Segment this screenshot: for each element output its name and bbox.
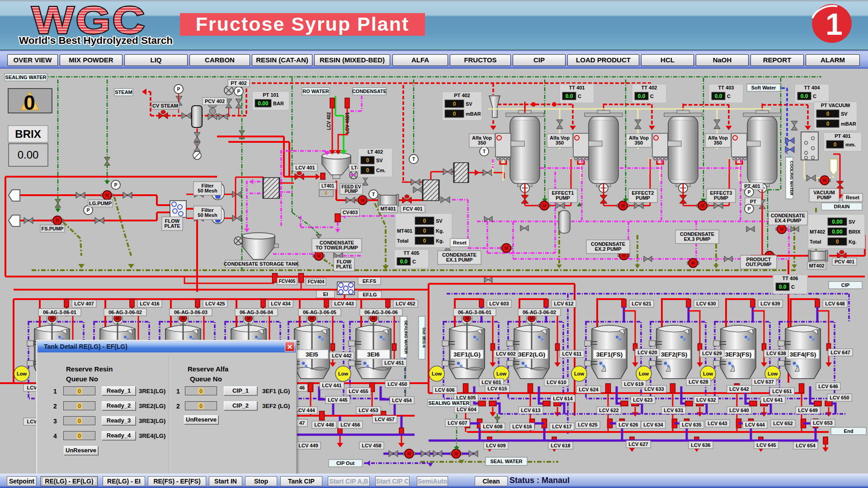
svg-text:CONDENSATE STORAGE TANK: CONDENSATE STORAGE TANK — [224, 261, 299, 267]
svg-text:LCV 612: LCV 612 — [554, 301, 573, 306]
svg-text:TT 406: TT 406 — [783, 276, 798, 281]
svg-text:06-AG-3-06-02: 06-AG-3-06-02 — [108, 310, 142, 315]
svg-text:PLATE: PLATE — [336, 264, 352, 269]
svg-text:PT: PT — [750, 199, 756, 204]
svg-text:LCV 633: LCV 633 — [644, 386, 664, 392]
svg-text:Cm.: Cm. — [376, 168, 386, 173]
svg-text:LCV 608: LCV 608 — [483, 424, 502, 429]
svg-text:LCV 627: LCV 627 — [628, 441, 648, 447]
svg-text:Soft Water: Soft Water — [751, 85, 776, 90]
svg-text:3EF1(LG): 3EF1(LG) — [453, 351, 481, 358]
svg-text:M: M — [407, 451, 411, 456]
svg-text:LT 402: LT 402 — [368, 149, 383, 155]
svg-text:50 Mesh: 50 Mesh — [198, 188, 217, 193]
svg-text:3EI5: 3EI5 — [306, 351, 318, 358]
svg-text:LCV 442: LCV 442 — [332, 353, 351, 358]
svg-text:06-AG-3-06-01: 06-AG-3-06-01 — [43, 310, 76, 315]
svg-text:BAR: BAR — [273, 101, 284, 106]
svg-text:M: M — [823, 178, 826, 183]
svg-text:LCV 451: LCV 451 — [384, 360, 404, 366]
svg-text:C: C — [791, 284, 795, 290]
svg-text:LCV 603: LCV 603 — [489, 301, 509, 306]
svg-text:LCV 643: LCV 643 — [708, 421, 727, 426]
svg-text:LCV 648: LCV 648 — [825, 301, 844, 306]
svg-text:P: P — [748, 190, 751, 195]
svg-text:LCV 602: LCV 602 — [496, 351, 515, 357]
svg-text:0.0: 0.0 — [400, 258, 408, 265]
svg-text:47: 47 — [299, 420, 305, 426]
svg-text:Low: Low — [17, 371, 27, 376]
svg-text:06-AG-3-06-03: 06-AG-3-06-03 — [174, 310, 208, 315]
svg-text:LCV 425: LCV 425 — [205, 301, 225, 306]
svg-text:LCV 638: LCV 638 — [766, 351, 786, 356]
svg-text:LCV 458: LCV 458 — [362, 443, 381, 448]
svg-text:3EI6: 3EI6 — [367, 351, 380, 358]
svg-text:MT401: MT401 — [397, 228, 412, 234]
svg-text:0.00: 0.00 — [258, 100, 269, 107]
svg-text:LCV 641: LCV 641 — [763, 397, 783, 403]
svg-text:LCV 402/1: LCV 402/1 — [345, 112, 350, 134]
svg-text:M: M — [247, 316, 250, 321]
svg-text:mBAR: mBAR — [841, 121, 856, 127]
svg-text:46: 46 — [299, 385, 305, 390]
svg-text:BRIX: BRIX — [849, 229, 861, 235]
svg-text:EF.FS: EF.FS — [363, 278, 376, 284]
svg-text:RO WATER: RO WATER — [302, 89, 329, 94]
svg-text:CONDENSATE: CONDENSATE — [352, 89, 387, 94]
svg-text:P: P — [237, 89, 241, 94]
svg-text:LCV 632: LCV 632 — [696, 397, 716, 403]
svg-text:0: 0 — [834, 141, 837, 148]
svg-text:LCV 407: LCV 407 — [74, 301, 94, 306]
svg-text:FS.PUMP: FS.PUMP — [42, 226, 64, 231]
svg-text:LCV 615: LCV 615 — [487, 386, 507, 391]
svg-text:LCV 624: LCV 624 — [579, 387, 599, 392]
svg-text:LT401: LT401 — [321, 183, 335, 188]
svg-text:0.00: 0.00 — [832, 229, 843, 235]
svg-text:LCV 634: LCV 634 — [643, 422, 663, 427]
svg-text:EX.1 PUMP: EX.1 PUMP — [446, 257, 473, 263]
svg-text:LCV 635: LCV 635 — [682, 422, 701, 427]
svg-text:0.0: 0.0 — [566, 93, 573, 99]
svg-text:0: 0 — [453, 111, 456, 117]
svg-text:PUMP: PUMP — [714, 195, 728, 201]
svg-text:P: P — [177, 87, 180, 92]
svg-text:TT 405: TT 405 — [404, 250, 420, 256]
svg-text:M: M — [181, 316, 185, 321]
svg-text:LG.PUMP: LG.PUMP — [89, 201, 112, 206]
svg-text:3EF4(FS): 3EF4(FS) — [790, 351, 816, 358]
svg-text:CIP Out: CIP Out — [336, 460, 354, 466]
svg-text:M: M — [116, 316, 119, 321]
svg-text:0: 0 — [325, 191, 327, 196]
svg-text:Low: Low — [432, 371, 442, 376]
svg-text:50 Mesh: 50 Mesh — [198, 212, 217, 218]
svg-text:LCV 653: LCV 653 — [813, 420, 832, 426]
svg-text:LCV 614: LCV 614 — [553, 396, 573, 401]
svg-text:0: 0 — [366, 167, 369, 174]
svg-text:0: 0 — [826, 111, 830, 117]
svg-text:M: M — [505, 246, 508, 251]
svg-text:Kg.: Kg. — [436, 238, 444, 244]
svg-text:LCV 636: LCV 636 — [691, 442, 710, 448]
svg-text:PCV 401: PCV 401 — [835, 259, 854, 264]
svg-text:LCV 617: LCV 617 — [552, 424, 571, 429]
svg-text:MT402: MT402 — [810, 229, 825, 235]
svg-text:EF.LG: EF.LG — [363, 292, 377, 297]
svg-text:LCV 402: LCV 402 — [326, 112, 331, 130]
svg-text:BRIX: BRIX — [15, 128, 41, 140]
svg-text:0.00: 0.00 — [18, 149, 39, 161]
svg-text:Out 3EI1-6: Out 3EI1-6 — [422, 328, 426, 348]
svg-text:350: 350 — [714, 140, 722, 145]
svg-text:PT 101: PT 101 — [263, 92, 278, 98]
svg-text:LCV 455: LCV 455 — [349, 389, 368, 394]
svg-text:06-AG-3-06-05: 06-AG-3-06-05 — [303, 310, 336, 315]
svg-text:0.0: 0.0 — [715, 93, 722, 99]
svg-text:350: 350 — [478, 140, 486, 145]
svg-text:LCV 651: LCV 651 — [772, 389, 792, 394]
svg-text:OUT.PUMP: OUT.PUMP — [746, 262, 772, 267]
svg-text:LCV 604: LCV 604 — [457, 407, 476, 412]
svg-text:M: M — [691, 261, 695, 266]
svg-text:06-AG-3-06-04: 06-AG-3-06-04 — [240, 310, 274, 315]
svg-text:1: 1 — [826, 7, 843, 41]
svg-text:PT 402: PT 402 — [231, 80, 246, 86]
svg-text:T: T — [412, 157, 415, 162]
